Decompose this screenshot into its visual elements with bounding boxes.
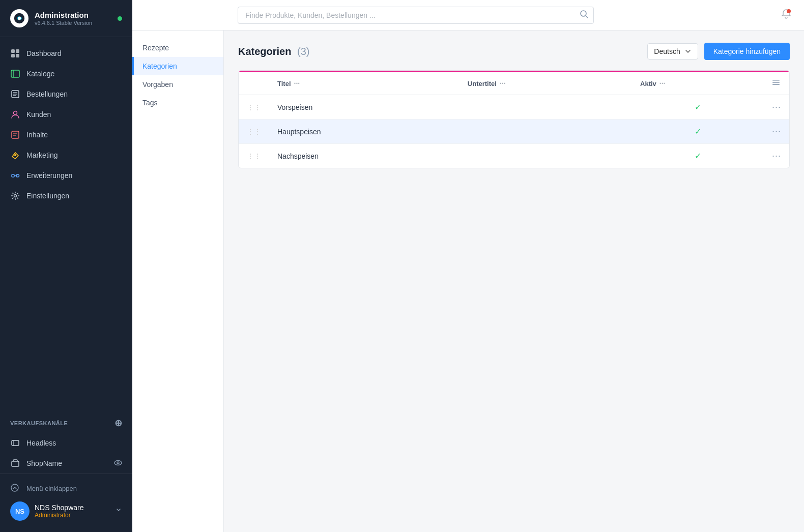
collapse-icon — [10, 483, 20, 493]
sidebar-item-bestellungen-label: Bestellungen — [26, 90, 68, 98]
row-actions-nachspeisen: ··· — [764, 144, 789, 168]
col-title: Titel ··· — [269, 72, 460, 95]
sidebar-item-kataloge[interactable]: Kataloge — [0, 64, 132, 84]
svg-rect-4 — [11, 54, 15, 57]
user-role: Administrator — [35, 512, 84, 519]
table-header-row: Titel ··· Untertitel ··· — [239, 72, 789, 95]
brand-title: Administration — [35, 11, 92, 20]
table-body: ⋮⋮ Vorspeisen ✓ ··· ⋮⋮ Hauptspeisen — [239, 95, 789, 168]
kunden-icon — [10, 109, 20, 120]
sidebar-item-inhalte-label: Inhalte — [26, 131, 48, 139]
sidebar-item-marketing[interactable]: Marketing — [0, 145, 132, 165]
table-row: ⋮⋮ Nachspeisen ✓ ··· — [239, 144, 789, 168]
subtitle-col-dots[interactable]: ··· — [500, 79, 506, 87]
einstellungen-icon — [10, 191, 20, 201]
sidebar-item-shopname[interactable]: ShopName — [0, 453, 132, 474]
svg-point-25 — [11, 484, 18, 491]
page-header: Kategorien (3) Deutsch Kategorie hinzufü… — [238, 43, 790, 60]
row-active-hauptspeisen: ✓ — [632, 120, 764, 144]
check-icon: ✓ — [640, 127, 756, 136]
add-category-button[interactable]: Kategorie hinzufügen — [704, 43, 790, 60]
row-actions-hauptspeisen: ··· — [764, 120, 789, 144]
sidebar-item-kunden[interactable]: Kunden — [0, 104, 132, 125]
search-input[interactable] — [238, 7, 594, 24]
row-active-vorspeisen: ✓ — [632, 95, 764, 120]
table-settings-button[interactable] — [772, 78, 780, 88]
shopname-icon — [10, 458, 20, 468]
sidebar-item-einstellungen[interactable]: Einstellungen — [0, 186, 132, 206]
shopname-eye-icon[interactable] — [114, 459, 122, 468]
categories-table: Titel ··· Untertitel ··· — [239, 72, 789, 168]
svg-point-23 — [114, 460, 122, 465]
sidebar-item-erweiterungen-label: Erweiterungen — [26, 171, 72, 180]
sidebar-header: Administration v6.4.6.1 Stable Version — [0, 0, 132, 37]
row-drag-handle[interactable]: ⋮⋮ — [239, 120, 269, 144]
sidebar-item-headless[interactable]: Headless — [0, 433, 132, 453]
title-col-dots[interactable]: ··· — [294, 79, 300, 87]
svg-rect-20 — [12, 440, 19, 446]
row-drag-handle[interactable]: ⋮⋮ — [239, 144, 269, 168]
sidebar-item-dashboard[interactable]: Dashboard — [0, 43, 132, 64]
row-title-hauptspeisen: Hauptspeisen — [269, 120, 460, 144]
svg-point-12 — [14, 111, 17, 115]
row-subtitle-hauptspeisen — [460, 120, 632, 144]
bestellungen-icon — [10, 89, 20, 99]
col-active: Aktiv ··· — [632, 72, 764, 95]
topbar — [132, 0, 804, 31]
search-icon[interactable] — [580, 10, 589, 21]
collapse-label: Menü einklappen — [26, 485, 77, 492]
topbar-right — [781, 8, 792, 22]
col-subtitle: Untertitel ··· — [460, 72, 632, 95]
col-settings-header — [764, 72, 789, 95]
search-box — [238, 7, 594, 24]
user-info: NDS Shopware Administrator — [35, 504, 84, 519]
svg-rect-13 — [12, 131, 19, 138]
active-col-dots[interactable]: ··· — [659, 79, 666, 87]
sub-nav-kategorien[interactable]: Kategorien — [132, 57, 223, 75]
notification-btn[interactable] — [781, 8, 792, 22]
sidebar-item-bestellungen[interactable]: Bestellungen — [0, 84, 132, 104]
row-active-nachspeisen: ✓ — [632, 144, 764, 168]
row-more-btn[interactable]: ··· — [772, 102, 781, 112]
dashboard-icon — [10, 48, 20, 58]
svg-rect-22 — [12, 461, 19, 466]
svg-point-18 — [17, 174, 19, 177]
add-sales-channel-icon[interactable]: ⊕ — [114, 418, 123, 429]
sub-nav-vorgaben[interactable]: Vorgaben — [132, 75, 223, 94]
brand-logo — [10, 9, 28, 27]
inhalte-icon — [10, 130, 20, 140]
sidebar-item-inhalte[interactable]: Inhalte — [0, 125, 132, 145]
sales-section-label: Verkaufskanäle ⊕ — [0, 409, 132, 433]
notification-dot — [787, 9, 791, 13]
headless-label: Headless — [26, 439, 56, 447]
sub-nav-rezepte[interactable]: Rezepte — [132, 39, 223, 57]
row-subtitle-nachspeisen — [460, 144, 632, 168]
user-row[interactable]: NS NDS Shopware Administrator — [10, 496, 122, 526]
main-nav: Dashboard Kataloge Bestellungen Kunden — [0, 37, 132, 409]
sidebar-item-kataloge-label: Kataloge — [26, 70, 54, 78]
content-area: Rezepte Kategorien Vorgaben Tags Kategor… — [132, 31, 804, 532]
row-more-btn[interactable]: ··· — [772, 126, 781, 137]
sidebar-item-erweiterungen[interactable]: Erweiterungen — [0, 165, 132, 186]
user-chevron-icon — [115, 507, 122, 516]
row-actions-vorspeisen: ··· — [764, 95, 789, 120]
sidebar-item-einstellungen-label: Einstellungen — [26, 192, 69, 200]
svg-rect-6 — [11, 70, 19, 77]
sidebar-item-marketing-label: Marketing — [26, 151, 58, 159]
sidebar-footer: Menü einklappen NS NDS Shopware Administ… — [0, 474, 132, 532]
user-avatar: NS — [10, 501, 30, 521]
row-drag-handle[interactable]: ⋮⋮ — [239, 95, 269, 120]
row-title-nachspeisen: Nachspeisen — [269, 144, 460, 168]
sub-nav-tags[interactable]: Tags — [132, 94, 223, 112]
check-icon: ✓ — [640, 102, 756, 112]
online-indicator — [118, 16, 122, 21]
table-row: ⋮⋮ Hauptspeisen ✓ ··· — [239, 120, 789, 144]
row-more-btn[interactable]: ··· — [772, 151, 781, 161]
collapse-menu-btn[interactable]: Menü einklappen — [10, 480, 122, 496]
check-icon: ✓ — [640, 151, 756, 161]
dropdown-chevron-icon — [684, 48, 692, 55]
svg-rect-5 — [16, 54, 19, 57]
language-select[interactable]: Deutsch — [647, 43, 698, 60]
page-title: Kategorien (3) — [238, 46, 309, 57]
kataloge-icon — [10, 69, 20, 79]
